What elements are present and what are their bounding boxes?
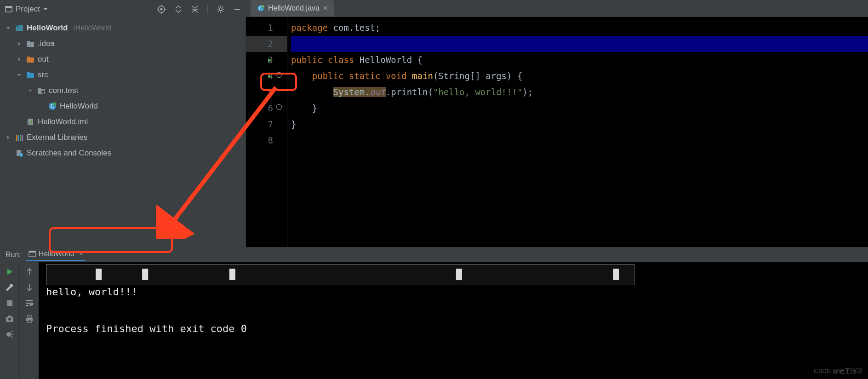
- down-arrow-icon[interactable]: [25, 283, 34, 292]
- code-line[interactable]: }: [291, 116, 868, 132]
- console-command-line: █ █ █ █ █ java ...: [46, 264, 634, 285]
- code-token: out: [370, 87, 386, 97]
- soft-wrap-icon[interactable]: [25, 299, 34, 308]
- tree-item[interactable]: com.test: [0, 83, 246, 98]
- divider: [207, 4, 208, 14]
- project-view-icon[interactable]: [5, 5, 13, 13]
- editor-body[interactable]: 12▶3▶45678 package com.test;public class…: [246, 17, 868, 247]
- override-gutter-icon[interactable]: [276, 100, 282, 116]
- tree-item[interactable]: HelloWorld/HelloWorld: [0, 20, 246, 36]
- tree-item[interactable]: Scratches and Consoles: [0, 145, 246, 161]
- camera-icon[interactable]: [5, 314, 14, 323]
- iml-icon: [26, 117, 35, 126]
- project-sidebar-header: Project: [0, 0, 246, 18]
- target-icon[interactable]: [157, 5, 166, 14]
- editor-tab[interactable]: C HelloWorld.java ×: [251, 0, 334, 17]
- code-token: }: [291, 103, 317, 113]
- code-token: "hello, world!!!": [433, 87, 522, 97]
- gutter-line[interactable]: ▶4: [246, 68, 287, 84]
- folder-blue-icon: [26, 70, 35, 80]
- tree-item[interactable]: .idea: [0, 36, 246, 52]
- chevron-icon[interactable]: [6, 135, 13, 140]
- bug-exit-icon[interactable]: [5, 330, 14, 339]
- minimize-icon[interactable]: [234, 6, 241, 13]
- run-icon[interactable]: [5, 267, 14, 276]
- editor-tab-label: HelloWorld.java: [268, 4, 320, 12]
- editor-gutter[interactable]: 12▶3▶45678: [246, 17, 287, 247]
- code-token: main: [412, 71, 433, 81]
- wrench-icon[interactable]: [5, 283, 14, 292]
- tree-item[interactable]: CHelloWorld: [0, 98, 246, 114]
- run-gutter-icon[interactable]: ▶: [268, 52, 272, 68]
- libraries-icon: [15, 133, 24, 142]
- code-line[interactable]: System.out.println("hello, world!!!");: [291, 84, 868, 100]
- code-line[interactable]: }: [291, 100, 868, 116]
- module-icon: [15, 23, 24, 33]
- svg-point-43: [8, 318, 11, 321]
- project-tree[interactable]: HelloWorld/HelloWorld.ideaoutsrccom.test…: [0, 18, 246, 163]
- code-line[interactable]: public class HelloWorld {: [291, 52, 868, 68]
- gutter-line[interactable]: 8: [246, 132, 287, 149]
- svg-rect-30: [16, 135, 17, 141]
- project-sidebar: Project HelloWorld/HelloWorld.ideaoutsrc…: [0, 0, 246, 247]
- gutter-line[interactable]: 1: [246, 20, 287, 36]
- svg-rect-48: [28, 320, 31, 322]
- chevron-down-icon[interactable]: [43, 6, 48, 12]
- gutter-line[interactable]: 2: [246, 36, 287, 52]
- run-config-label: HelloWorld: [39, 250, 74, 258]
- chevron-icon[interactable]: [28, 88, 35, 93]
- svg-rect-33: [22, 135, 23, 141]
- code-token: public class: [291, 55, 360, 65]
- tree-item-label: HelloWorld: [27, 23, 68, 33]
- code-token: public static void: [312, 71, 412, 81]
- chevron-icon[interactable]: [17, 57, 24, 62]
- tree-item[interactable]: External Libraries: [0, 130, 246, 145]
- override-gutter-icon[interactable]: [276, 68, 282, 84]
- code-token: );: [522, 87, 533, 97]
- expand-all-icon[interactable]: [174, 5, 183, 13]
- editor-code[interactable]: package com.test;public class HelloWorld…: [287, 17, 868, 247]
- svg-point-9: [219, 8, 222, 11]
- close-icon[interactable]: ×: [323, 4, 327, 12]
- collapse-all-icon[interactable]: [191, 5, 199, 13]
- svg-rect-47: [28, 316, 31, 318]
- java-class-icon: C: [48, 102, 57, 111]
- chevron-icon[interactable]: [17, 72, 24, 78]
- code-line[interactable]: package com.test;: [291, 20, 868, 36]
- run-panel-label: Run:: [6, 251, 21, 259]
- run-config-tab[interactable]: HelloWorld ×: [26, 248, 86, 261]
- up-arrow-icon[interactable]: [25, 267, 34, 276]
- close-icon[interactable]: ×: [79, 250, 83, 258]
- gutter-line[interactable]: 6: [246, 100, 287, 116]
- gear-icon[interactable]: [216, 5, 225, 14]
- svg-point-35: [19, 153, 23, 157]
- tree-item-label: HelloWorld: [60, 102, 98, 111]
- stop-icon[interactable]: [5, 299, 14, 308]
- svg-rect-16: [27, 57, 30, 58]
- code-line[interactable]: [291, 36, 868, 52]
- tree-item[interactable]: src: [0, 67, 246, 83]
- console-exit-line: Process finished with exit code 0: [46, 320, 861, 338]
- code-token: [291, 71, 312, 81]
- code-line[interactable]: public static void main(String[] args) {: [291, 68, 868, 84]
- gutter-line[interactable]: ▶3: [246, 52, 287, 68]
- svg-rect-27: [29, 122, 29, 124]
- code-line[interactable]: [291, 132, 868, 149]
- chevron-icon[interactable]: [6, 25, 13, 31]
- project-sidebar-title: Project: [16, 5, 40, 14]
- svg-rect-12: [16, 25, 19, 27]
- svg-rect-14: [27, 41, 30, 43]
- chevron-icon[interactable]: [17, 41, 24, 46]
- tree-item-label: Scratches and Consoles: [27, 149, 111, 158]
- svg-rect-32: [20, 135, 21, 141]
- print-icon[interactable]: [25, 314, 34, 323]
- gutter-line[interactable]: 7: [246, 116, 287, 132]
- console-output[interactable]: █ █ █ █ █ java ... hello, world!!! Proce…: [39, 262, 868, 379]
- tree-item[interactable]: out: [0, 52, 246, 67]
- tree-item[interactable]: HelloWorld.iml: [0, 114, 246, 130]
- folder-gray-icon: [26, 39, 35, 48]
- svg-rect-18: [27, 72, 30, 74]
- run-gutter-icon[interactable]: ▶: [268, 68, 272, 84]
- svg-rect-41: [7, 300, 12, 306]
- gutter-line[interactable]: 5: [246, 84, 287, 100]
